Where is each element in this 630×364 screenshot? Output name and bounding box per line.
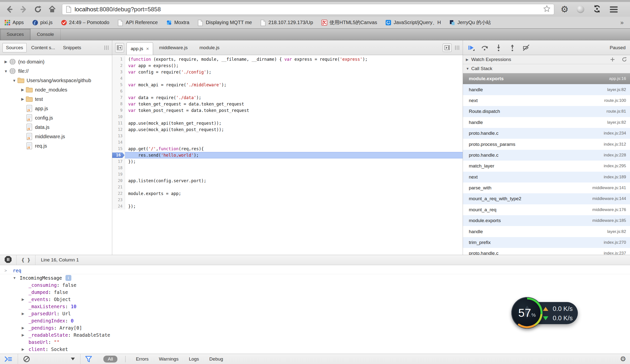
pretty-print-button[interactable]: { }	[22, 257, 30, 263]
callstack-frame[interactable]: trim_prefixindex.js:270	[463, 237, 630, 248]
tree-item[interactable]: JSmiddleware.js	[0, 132, 112, 141]
line-number-gutter[interactable]: 23	[112, 197, 125, 203]
bookmark-item[interactable]: 218.107.129.173/Up	[260, 20, 313, 25]
step-over-button[interactable]	[481, 44, 488, 51]
callstack-frame[interactable]: proto.handle.cindex.js:228	[463, 150, 630, 161]
sidebar-resize-grip[interactable]	[455, 45, 459, 50]
bookmarks-overflow-chevron[interactable]: »	[618, 19, 626, 26]
filter-button[interactable]	[85, 356, 92, 363]
filter-errors[interactable]: Errors	[136, 356, 149, 362]
forward-button[interactable]	[19, 5, 28, 14]
expanded-arrow-icon[interactable]: ▼	[13, 276, 16, 280]
line-number-gutter[interactable]: 7	[112, 94, 125, 101]
callstack-frame[interactable]: proto.process_paramsindex.js:312	[463, 139, 630, 150]
navigator-tab[interactable]: Snippets	[60, 43, 84, 52]
callstack-frame[interactable]: module.exportsmiddleware.js:185	[463, 215, 630, 226]
pause-on-exceptions-button[interactable]	[4, 256, 12, 264]
filter-debug[interactable]: Debug	[210, 356, 223, 362]
show-drawer-button[interactable]	[443, 43, 452, 52]
line-number-gutter[interactable]: 18	[112, 165, 125, 171]
callstack-frame[interactable]: nextroute.js:100	[463, 95, 630, 106]
collapsed-arrow-icon[interactable]: ▶	[22, 333, 24, 337]
console-property[interactable]: ▶client: Socket	[0, 346, 630, 353]
line-number-gutter[interactable]: 19	[112, 171, 125, 178]
line-number-gutter[interactable]: 5	[112, 82, 125, 88]
add-watch-icon[interactable]	[610, 57, 615, 62]
bookmark-item[interactable]: pixi.js	[32, 20, 53, 25]
line-number-gutter[interactable]: 11	[112, 120, 125, 126]
bookmark-item[interactable]: 24:49 – Pomotodo	[61, 20, 109, 25]
deactivate-breakpoints-button[interactable]	[522, 44, 530, 51]
line-number-gutter[interactable]: 22	[112, 190, 125, 197]
tree-item[interactable]: JSreq.js	[0, 141, 112, 150]
line-number-gutter[interactable]: 16	[112, 152, 125, 158]
line-number-gutter[interactable]: 15	[112, 146, 125, 152]
line-number-gutter[interactable]: 6	[112, 88, 125, 94]
home-button[interactable]	[48, 5, 56, 14]
browser-tab-strip[interactable]	[0, 0, 630, 2]
callstack-frame[interactable]: proto.handle.cindex.js:234	[463, 128, 630, 139]
line-number-gutter[interactable]: 20	[112, 178, 125, 184]
sync-extension-button[interactable]	[592, 4, 602, 14]
filter-all[interactable]: All	[103, 356, 118, 363]
bookmark-item[interactable]: 使用HTML5的Canvas	[322, 19, 377, 26]
tree-item[interactable]: JSapp.js	[0, 104, 112, 113]
line-number-gutter[interactable]: 17	[112, 158, 125, 165]
bookmark-item[interactable]: JerryQu 的小站	[449, 19, 491, 26]
line-number-gutter[interactable]: 21	[112, 184, 125, 190]
line-number-gutter[interactable]: 9	[112, 107, 125, 114]
tree-item[interactable]: ▼file://	[0, 66, 112, 76]
execution-context-dropdown[interactable]	[71, 358, 75, 360]
file-tab-module-js[interactable]: module.js	[194, 40, 226, 55]
callstack-frame[interactable]: mount_a_reqmiddleware.js:176	[463, 204, 630, 215]
callstack-frame[interactable]: mount_a_req_with_type2middleware.js:144	[463, 193, 630, 204]
line-number-gutter[interactable]: 3	[112, 69, 125, 75]
file-tab-middleware-js[interactable]: middleware.js	[153, 40, 194, 55]
callstack-frame[interactable]: proto.handle.cindex.js:237	[463, 248, 630, 255]
devtools-tab-console[interactable]: Console	[30, 29, 61, 40]
step-into-button[interactable]	[495, 44, 502, 51]
bookmark-star-button[interactable]	[543, 5, 550, 14]
bookmark-item[interactable]: JavaScript/jQuery、H	[386, 19, 441, 26]
toggle-navigator-button[interactable]	[115, 43, 124, 52]
address-bar[interactable]: localhost:8080/debug?port=5858	[62, 4, 554, 15]
tree-item[interactable]: ▶(no domain)	[0, 57, 112, 66]
devtools-settings-gear-icon[interactable]: ⚙	[620, 355, 626, 363]
callstack-frame[interactable]: handlelayer.js:82	[463, 226, 630, 237]
line-number-gutter[interactable]: 24	[112, 203, 125, 210]
line-number-gutter[interactable]: 12	[112, 126, 125, 133]
gear-extension-button[interactable]: ⚙	[560, 5, 568, 14]
console-property[interactable]: ▶_readableState: ReadableState	[0, 331, 630, 339]
tree-item[interactable]: ▶test	[0, 94, 112, 104]
callstack-frame[interactable]: parse_withmiddleware.js:141	[463, 182, 630, 193]
bookmark-item[interactable]: Moxtra	[166, 20, 189, 25]
line-number-gutter[interactable]: 1	[112, 56, 125, 62]
watch-expressions-header[interactable]: ▶ Watch Expressions	[463, 55, 630, 64]
tree-item[interactable]: JSconfig.js	[0, 113, 112, 122]
callstack-frame[interactable]: module.exportsapp.js:16	[463, 73, 630, 84]
bookmark-item[interactable]: Displaying MQTT me	[198, 20, 252, 25]
callstack-frame[interactable]: Route.dispatchroute.js:81	[463, 106, 630, 117]
file-tab-app-js[interactable]: app.js×	[126, 42, 153, 55]
line-number-gutter[interactable]: 4	[112, 75, 125, 82]
tree-item[interactable]: ▼Users/sang/workspace/github	[0, 76, 112, 85]
browser-menu-button[interactable]	[610, 6, 618, 12]
bookmark-item[interactable]: API Reference	[118, 20, 158, 25]
collapsed-arrow-icon[interactable]: ▶	[22, 326, 24, 330]
back-button[interactable]	[5, 5, 14, 14]
reload-button[interactable]	[34, 5, 42, 14]
close-tab-icon[interactable]: ×	[146, 46, 149, 52]
tree-item[interactable]: ▶node_modules	[0, 85, 112, 94]
line-number-gutter[interactable]: 10	[112, 114, 125, 120]
resume-button[interactable]	[467, 44, 475, 51]
collapsed-arrow-icon[interactable]: ▶	[22, 347, 24, 351]
collapsed-arrow-icon[interactable]: ▶	[22, 297, 24, 301]
bookmark-item[interactable]: Apps	[4, 20, 24, 25]
callstack-frame[interactable]: nextindex.js:189	[463, 172, 630, 182]
collapsed-arrow-icon[interactable]: ▶	[22, 312, 24, 316]
filter-warnings[interactable]: Warnings	[159, 356, 179, 362]
line-number-gutter[interactable]: 13	[112, 133, 125, 139]
navigator-tab[interactable]: Content s...	[28, 43, 58, 52]
line-number-gutter[interactable]: 8	[112, 101, 125, 107]
line-number-gutter[interactable]: 2	[112, 62, 125, 69]
